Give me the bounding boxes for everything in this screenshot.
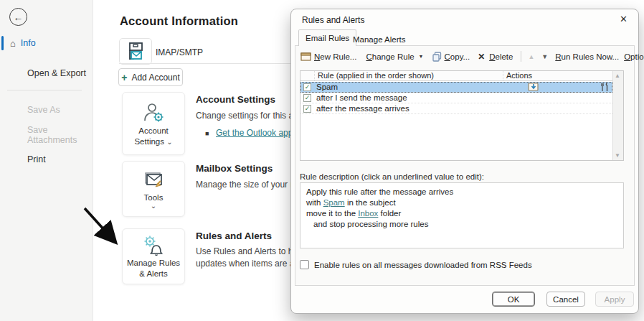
bullet-icon: ■ [205, 130, 209, 137]
ok-label: OK [508, 295, 520, 304]
options-button[interactable]: Options [624, 52, 644, 61]
sidebar-item-open-export[interactable]: Open & Export [0, 65, 93, 82]
move-rule-down-button[interactable]: ▼ [541, 53, 548, 60]
tools-icon [141, 171, 166, 191]
section-title-rules-alerts: Rules and Alerts [196, 231, 272, 241]
add-account-label: Add Account [131, 73, 179, 83]
new-rule-button[interactable]: New Rule... [300, 52, 356, 61]
sidebar-item-label: Print [27, 154, 46, 164]
add-account-button[interactable]: + Add Account [118, 68, 183, 86]
copy-icon [432, 52, 442, 62]
new-rule-icon [300, 52, 311, 61]
delete-x-icon: ✕ [478, 52, 485, 62]
spam-value-link[interactable]: Spam [323, 198, 345, 207]
rules-gear-bell-icon [141, 235, 166, 256]
rules-and-alerts-dialog: Rules and Alerts ✕ Email Rules Manage Al… [290, 9, 639, 314]
card-label-line1: Account [138, 126, 169, 135]
change-rule-button[interactable]: Change Rule ▼ [366, 52, 423, 61]
tab-label: Email Rules [306, 34, 349, 42]
toolbar-separator [521, 51, 521, 62]
apply-label: Apply [605, 295, 625, 304]
description-line-1: Apply this rule after the message arrive… [306, 187, 617, 197]
sidebar-item-label: Save As [27, 105, 60, 115]
rule-description-box: Apply this rule after the message arrive… [300, 182, 624, 248]
rule-enabled-checkbox[interactable]: ✓ [303, 83, 311, 91]
tab-label: Manage Alerts [353, 35, 406, 44]
account-settings-button[interactable]: Account Settings ⌄ [122, 92, 185, 155]
move-rule-up-button[interactable]: ▲ [528, 53, 534, 60]
rules-toolbar: New Rule... Change Rule ▼ Copy... ✕ Dele… [300, 51, 644, 62]
account-settings-icon [141, 101, 166, 124]
cancel-label: Cancel [553, 295, 579, 304]
sidebar-item-save-as[interactable]: Save As [0, 101, 93, 118]
check-icon: ✓ [305, 106, 311, 112]
section-text-rules-alerts-1: Use Rules and Alerts to help [196, 246, 304, 256]
description-line-2: with Spam in the subject [306, 197, 617, 208]
page-title: Account Information [120, 14, 238, 28]
cancel-button[interactable]: Cancel [546, 292, 585, 307]
rule-row-spam[interactable]: ✓ Spam [300, 82, 612, 93]
section-text-mailbox-settings: Manage the size of your ma [196, 180, 302, 190]
account-name: IMAP/SMTP [156, 47, 203, 57]
card-label-line2: & Alerts [139, 269, 168, 278]
options-label: Options [624, 52, 644, 61]
delete-label: Delete [489, 52, 513, 61]
scroll-down-icon[interactable]: ▼ [615, 152, 620, 159]
chevron-down-icon: ⌄ [151, 204, 156, 208]
delete-button[interactable]: ✕ Delete [478, 52, 513, 62]
get-outlook-app-link[interactable]: Get the Outlook app fo [216, 128, 303, 138]
rule-name: Spam [316, 83, 528, 91]
card-label: Tools [144, 193, 164, 202]
rule-name: after I send the message [316, 93, 612, 102]
scroll-up-icon[interactable]: ▲ [615, 73, 620, 79]
home-icon: ⌂ [10, 38, 16, 49]
rule-description-label: Rule description (click an underlined va… [300, 172, 484, 181]
sidebar-item-info[interactable]: ⌂ Info [0, 34, 93, 52]
section-title-mailbox-settings: Mailbox Settings [196, 163, 273, 174]
backstage-sidebar: ← ⌂ Info Open & Export Save As Save Atta… [0, 0, 93, 321]
check-icon: ✓ [305, 84, 311, 90]
rule-row-after-send[interactable]: ✓ after I send the message [300, 93, 612, 103]
plus-icon: + [121, 73, 127, 83]
change-rule-label: Change Rule [366, 52, 414, 61]
rules-list-scrollbar[interactable]: ▲ ▼ [612, 71, 623, 160]
run-rules-now-button[interactable]: Run Rules Now... [555, 52, 619, 61]
imap-account-icon [125, 42, 146, 62]
sidebar-item-label: Save Attachments [27, 125, 93, 145]
active-accent-bar [1, 36, 4, 50]
dropdown-caret-icon: ▼ [419, 54, 424, 59]
description-line-4: and stop processing more rules [306, 219, 617, 230]
chevron-down-icon: ⌄ [166, 138, 172, 146]
account-type-icon-card [119, 38, 152, 65]
rule-row-after-arrives[interactable]: ✓ after the message arrives [300, 103, 612, 114]
copy-button[interactable]: Copy... [432, 52, 470, 62]
rule-enabled-checkbox[interactable]: ✓ [303, 105, 311, 113]
section-title-account-settings: Account Settings [196, 94, 275, 105]
sidebar-item-label: Info [21, 38, 36, 48]
tools-button[interactable]: Tools ⌄ [122, 161, 185, 217]
copy-label: Copy... [445, 52, 470, 61]
manage-rules-alerts-button[interactable]: Manage Rules & Alerts [122, 228, 185, 284]
tab-manage-alerts[interactable]: Manage Alerts [346, 31, 412, 47]
ok-button[interactable]: OK [492, 292, 535, 307]
outlook-backstage-screen: ← ⌂ Info Open & Export Save As Save Atta… [0, 0, 644, 321]
sidebar-item-print[interactable]: Print [0, 151, 93, 168]
header-actions-column: Actions [503, 71, 612, 80]
back-button[interactable]: ← [9, 8, 27, 26]
header-rule-column: Rule (applied in the order shown) [315, 71, 503, 80]
dialog-title: Rules and Alerts [302, 15, 364, 25]
card-label-line2: Settings ⌄ [134, 137, 172, 146]
rule-name: after the message arrives [316, 104, 612, 113]
inbox-value-link[interactable]: Inbox [358, 209, 378, 218]
back-arrow-icon: ← [14, 11, 24, 23]
close-icon[interactable]: ✕ [620, 14, 628, 24]
rss-checkbox[interactable] [300, 260, 309, 269]
sidebar-item-label: Open & Export [27, 68, 86, 78]
rule-enabled-checkbox[interactable]: ✓ [303, 94, 311, 102]
apply-button[interactable]: Apply [595, 292, 634, 307]
sidebar-divider [7, 90, 82, 90]
sidebar-item-save-attachments[interactable]: Save Attachments [0, 126, 93, 144]
rules-list-header: Rule (applied in the order shown) Action… [300, 71, 612, 81]
rss-checkbox-label: Enable rules on all messages downloaded … [314, 261, 532, 269]
description-line-3: move it to the Inbox folder [306, 208, 617, 219]
